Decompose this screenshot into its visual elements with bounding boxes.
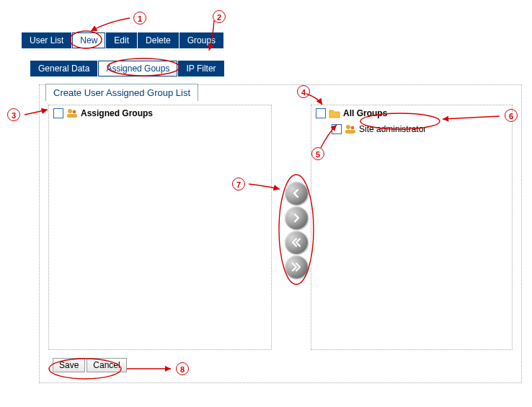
folder-icon: [329, 108, 340, 118]
assigned-groups-list: Assigned Groups: [48, 105, 272, 350]
all-groups-header-row: All Groups: [311, 105, 512, 121]
edit-button[interactable]: Edit: [106, 32, 137, 48]
panel-title: Create User Assigned Group List: [45, 84, 198, 101]
top-toolbar: User List New Edit Delete Groups: [22, 32, 223, 48]
move-right-button[interactable]: [285, 206, 308, 229]
all-groups-item-1[interactable]: Site administrator: [327, 121, 512, 137]
tab-bar: General Data Assigned Goups IP Filter: [30, 61, 224, 76]
all-groups-label: All Groups: [343, 108, 387, 118]
move-all-right-button[interactable]: [285, 255, 308, 279]
site-admin-checkbox[interactable]: [332, 124, 342, 134]
svg-point-3: [346, 125, 350, 129]
assigned-groups-checkbox[interactable]: [53, 108, 63, 118]
move-all-left-button[interactable]: [285, 231, 308, 254]
all-groups-list: All Groups Site administrator: [311, 105, 513, 350]
form-buttons: Save Cancel: [53, 358, 127, 372]
svg-point-4: [351, 126, 355, 130]
tab-general-data[interactable]: General Data: [30, 61, 97, 76]
cancel-button[interactable]: Cancel: [87, 358, 126, 372]
svg-rect-5: [345, 130, 355, 134]
people-icon: [66, 108, 78, 118]
assigned-groups-header-row: Assigned Groups: [49, 105, 271, 121]
svg-rect-2: [67, 114, 77, 118]
delete-button[interactable]: Delete: [138, 32, 179, 48]
groups-button[interactable]: Groups: [179, 32, 223, 48]
svg-point-0: [68, 109, 72, 113]
site-admin-label: Site administrator: [359, 124, 426, 134]
transfer-buttons: [285, 182, 308, 279]
callout-2: 2: [213, 10, 226, 23]
people-icon: [345, 124, 356, 134]
new-button[interactable]: New: [72, 32, 105, 48]
callout-3: 3: [7, 108, 20, 121]
svg-point-1: [73, 110, 76, 114]
tab-ip-filter[interactable]: IP Filter: [178, 61, 223, 76]
move-left-button[interactable]: [285, 182, 308, 205]
tab-assigned-groups[interactable]: Assigned Goups: [98, 61, 177, 76]
assigned-groups-label: Assigned Groups: [81, 108, 153, 118]
all-groups-checkbox[interactable]: [316, 108, 326, 118]
callout-1: 1: [133, 12, 146, 25]
main-panel: Create User Assigned Group List Assigned…: [39, 84, 522, 383]
save-button[interactable]: Save: [53, 358, 85, 372]
user-list-button[interactable]: User List: [22, 32, 71, 48]
